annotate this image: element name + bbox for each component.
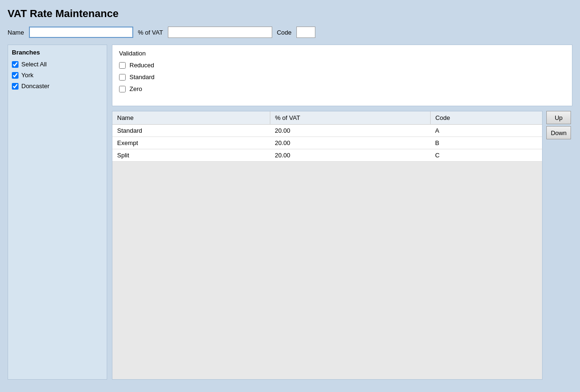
validation-checkbox-zero[interactable] (119, 86, 126, 92)
main-container: VAT Rate Maintenance Name % of VAT Code … (0, 0, 580, 392)
branch-label-york: York (21, 72, 34, 79)
table-row[interactable]: Standard 20.00 A (112, 125, 542, 137)
branch-checkbox-doncaster[interactable] (12, 83, 18, 90)
branch-item-select-all[interactable]: Select All (12, 61, 103, 68)
code-input[interactable] (296, 27, 315, 38)
validation-item-zero[interactable]: Zero (119, 85, 565, 92)
cell-pct-vat: 20.00 (270, 137, 430, 149)
top-bar: Name % of VAT Code (8, 27, 572, 38)
table-row[interactable]: Exempt 20.00 B (112, 137, 542, 149)
right-panel: Validation Reduced Standard Zero (112, 45, 572, 380)
page-title: VAT Rate Maintenance (8, 8, 572, 20)
cell-pct-vat: 20.00 (270, 125, 430, 137)
branch-checkbox-york[interactable] (12, 72, 18, 79)
branches-label: Branches (12, 49, 103, 56)
validation-label: Validation (119, 50, 565, 57)
col-header-name: Name (112, 111, 270, 125)
content-area: Branches Select All York Doncaster Valid… (8, 45, 572, 380)
code-label: Code (277, 29, 292, 36)
button-column: Up Down (546, 111, 572, 380)
validation-item-reduced[interactable]: Reduced (119, 62, 565, 69)
vat-input[interactable] (168, 27, 272, 38)
branches-panel: Branches Select All York Doncaster (8, 45, 107, 380)
table-section: Name % of VAT Code Standard 20.00 A (112, 111, 572, 380)
branch-item-doncaster[interactable]: Doncaster (12, 82, 103, 90)
cell-name: Split (112, 149, 270, 162)
down-button[interactable]: Down (546, 126, 571, 139)
table-empty-area (112, 162, 542, 351)
data-table: Name % of VAT Code Standard 20.00 A (112, 111, 542, 162)
validation-checkbox-standard[interactable] (119, 74, 126, 81)
validation-section: Validation Reduced Standard Zero (112, 45, 572, 106)
branch-item-york[interactable]: York (12, 72, 103, 79)
cell-pct-vat: 20.00 (270, 149, 430, 162)
validation-checkbox-reduced[interactable] (119, 62, 126, 69)
table-row[interactable]: Split 20.00 C (112, 149, 542, 162)
branch-checkbox-select-all[interactable] (12, 61, 18, 68)
validation-label-standard: Standard (129, 73, 155, 81)
cell-code: B (430, 137, 542, 149)
data-table-container: Name % of VAT Code Standard 20.00 A (112, 111, 543, 380)
cell-code: C (430, 149, 542, 162)
name-label: Name (8, 29, 24, 36)
table-header-row: Name % of VAT Code (112, 111, 542, 125)
up-button[interactable]: Up (546, 111, 571, 124)
col-header-code: Code (430, 111, 542, 125)
branch-label-select-all: Select All (21, 61, 46, 68)
cell-name: Standard (112, 125, 270, 137)
validation-item-standard[interactable]: Standard (119, 73, 565, 81)
cell-code: A (430, 125, 542, 137)
col-header-pct-vat: % of VAT (270, 111, 430, 125)
validation-label-reduced: Reduced (129, 62, 154, 69)
cell-name: Exempt (112, 137, 270, 149)
branch-label-doncaster: Doncaster (21, 82, 49, 90)
name-input[interactable] (29, 27, 133, 38)
validation-label-zero: Zero (129, 85, 142, 92)
vat-label: % of VAT (138, 29, 163, 36)
